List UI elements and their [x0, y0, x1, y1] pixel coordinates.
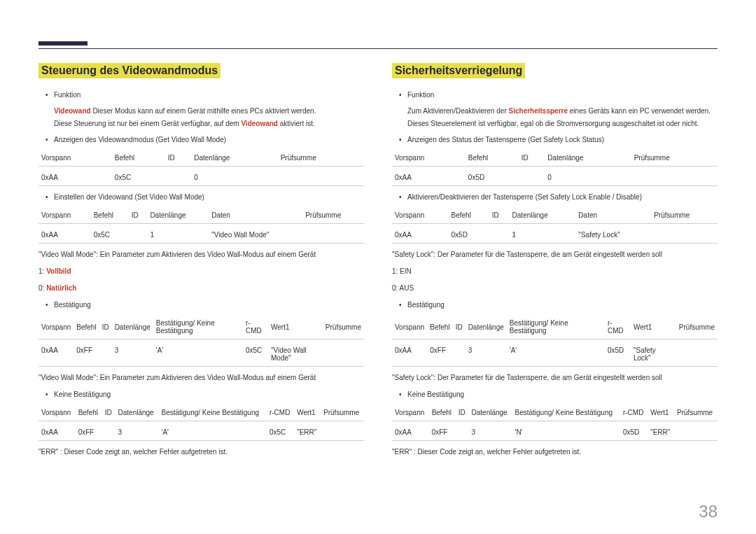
th: Datenlänge	[545, 150, 631, 167]
th: Prüfsumme	[674, 405, 718, 421]
note-err-r: "ERR" : Dieser Code zeigt an, welcher Fe…	[392, 447, 718, 458]
th: Bestätigung/ Keine Bestätigung	[512, 405, 620, 421]
cell: 'N'	[512, 421, 620, 441]
th: Wert1	[268, 315, 323, 339]
th-pruf: Prüfsumme	[278, 150, 364, 167]
table-get-r: Vorspann Befehl ID Datenlänge Prüfsumme …	[392, 150, 718, 186]
bullet-get: Anzeigen des Videowandmodus (Get Video W…	[38, 134, 364, 146]
bullet-nobest-r: Keine Bestätigung	[392, 389, 718, 400]
table-ack-r: Vorspann Befehl ID Datenlänge Bestätigun…	[392, 315, 718, 367]
th: Vorspann	[392, 207, 449, 224]
cell: 0xAA	[38, 224, 91, 244]
th: Befehl	[91, 207, 129, 224]
th: Daten	[575, 207, 651, 224]
th: Datenlänge	[147, 207, 209, 224]
cell: 0x5C	[267, 421, 294, 441]
th-vorspann: Vorspann	[38, 150, 112, 167]
sicherheitssperre-keyword: Sicherheitssperre	[509, 107, 568, 115]
th: Datenlänge	[465, 315, 507, 339]
cell: 3	[112, 339, 153, 367]
val-1: 1: Vollbild	[38, 266, 364, 277]
table-ack: Vorspann Befehl ID Datenlänge Bestätigun…	[38, 315, 364, 367]
table-row: 0xAA 0x5D 0	[392, 167, 718, 186]
right-column: Sicherheitsverriegelung Funktion Zum Akt…	[392, 63, 718, 463]
cell: 'A'	[153, 339, 243, 367]
note-vwm: "Video Wall Mode": Ein Parameter zum Akt…	[38, 249, 364, 260]
th: Befehl	[76, 405, 102, 421]
cell: 0x5C	[91, 224, 129, 244]
cell: 0x5D	[465, 167, 519, 186]
bullet-funktion: Funktion	[38, 90, 364, 101]
bullet-funktion-r: Funktion	[392, 90, 718, 101]
table-nak: Vorspann Befehl ID Datenlänge Bestätigun…	[38, 405, 364, 441]
videowand-keyword-2: Videowand	[241, 120, 278, 127]
val-pre: 0:	[38, 284, 46, 292]
th: ID	[489, 207, 510, 224]
cell: 0xFF	[76, 421, 102, 441]
th: Prüfsumme	[302, 207, 364, 224]
bullet-nobest: Keine Bestätigung	[38, 389, 364, 400]
th: r-CMD	[620, 405, 648, 421]
cell: 3	[115, 421, 159, 441]
left-heading: Steuerung des Videowandmodus	[38, 63, 220, 78]
val-red: Vollbild	[46, 267, 71, 275]
cell: "Video Wall Mode"	[268, 339, 323, 367]
th: Datenlänge	[115, 405, 159, 421]
th-dlen: Datenlänge	[191, 150, 277, 167]
th: Prüfsumme	[631, 150, 718, 167]
videowand-keyword: Videowand	[54, 107, 91, 115]
bullet-set-r: Aktivieren/Deaktivieren der Tastensperre…	[392, 192, 718, 203]
th: Bestätigung/ Keine Bestätigung	[507, 315, 605, 339]
th: r-CMD	[605, 315, 631, 339]
val-red: Natürlich	[46, 284, 76, 292]
th: Datenlänge	[112, 315, 153, 339]
cell: 0x5C	[243, 339, 268, 367]
table-row: 0xAA 0x5C 1 "Video Wall Mode"	[38, 224, 364, 244]
th: Datenlänge	[469, 405, 512, 421]
cell: 1	[147, 224, 209, 244]
cell: 0	[191, 167, 277, 186]
cell: 0xAA	[38, 167, 112, 186]
cell: 0x5C	[112, 167, 165, 186]
cell: 0xAA	[392, 421, 429, 441]
th: ID	[456, 405, 469, 421]
func-desc-r: Zum Aktivieren/Deaktivieren der Sicherhe…	[392, 105, 718, 130]
cell: 'A'	[507, 339, 605, 367]
th: r-CMD	[267, 405, 294, 421]
bullet-get-r: Anzeigen des Status der Tastensperre (Ge…	[392, 134, 718, 146]
val-0: 0: Natürlich	[38, 283, 364, 294]
cell: 0xFF	[427, 339, 452, 367]
th: Vorspann	[38, 207, 91, 224]
table-row: 0xAA 0x5C 0	[38, 167, 364, 186]
th: r-CMD	[243, 315, 268, 339]
th: Daten	[209, 207, 302, 224]
th: Befehl	[449, 207, 489, 224]
note-slock-2: "Safety Lock": Der Parameter für die Tas…	[392, 372, 718, 384]
th: Prüfsumme	[323, 315, 364, 339]
table-set-r: Vorspann Befehl ID Datenlänge Daten Prüf…	[392, 207, 718, 244]
table-set: Vorspann Befehl ID Datenlänge Daten Prüf…	[38, 207, 364, 244]
table-row: 0xAA 0x5D 1 "Safety Lock"	[392, 224, 718, 244]
right-heading: Sicherheitsverriegelung	[392, 63, 525, 78]
th: Befehl	[427, 315, 452, 339]
th: Wert1	[631, 315, 676, 339]
th: ID	[102, 405, 115, 421]
func-line2-post: aktiviert ist.	[278, 120, 315, 127]
note-slock: "Safety Lock": Der Parameter für die Tas…	[392, 249, 718, 260]
cell: 0xAA	[38, 339, 74, 367]
cell: 0xFF	[74, 339, 99, 367]
cell: 1	[510, 224, 576, 244]
th-id: ID	[165, 150, 192, 167]
cell: 0x5D	[620, 421, 648, 441]
val-0-r: 0: AUS	[392, 283, 718, 294]
th: Vorspann	[38, 405, 76, 421]
func-pre: Zum Aktivieren/Deaktivieren der	[407, 107, 509, 115]
th: Wert1	[294, 405, 321, 421]
note-err: "ERR" : Dieser Code zeigt an, welcher Fe…	[38, 447, 364, 458]
bullet-best-r: Bestätigung	[392, 300, 718, 311]
func-post: eines Geräts kann ein PC verwendet werde…	[568, 107, 710, 115]
table-row: 0xAA 0xFF 3 'A' 0x5D "Safety Lock"	[392, 339, 718, 367]
func-line1: Dieser Modus kann auf einem Gerät mithil…	[91, 107, 316, 115]
cell: 0xAA	[392, 339, 427, 367]
cell: "ERR"	[648, 421, 674, 441]
